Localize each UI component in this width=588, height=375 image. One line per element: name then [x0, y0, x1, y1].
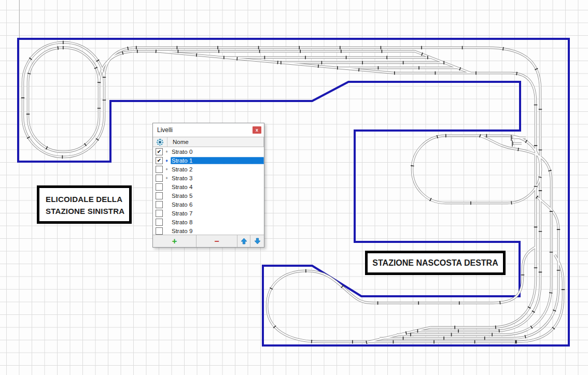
annotation-line: STAZIONE NASCOSTA DESTRA	[372, 258, 498, 268]
name-column-label: Nome	[173, 139, 189, 145]
layer-visible-checkbox[interactable]	[156, 183, 163, 191]
name-column-header[interactable]: Nome	[167, 137, 264, 147]
annotation-hidden-station-right[interactable]: STAZIONE NASCOSTA DESTRA	[365, 251, 506, 275]
layer-label[interactable]: Strato 5	[171, 192, 264, 199]
layer-row-strato-5[interactable]: Strato 5	[153, 191, 264, 200]
layer-row-strato-2[interactable]: ♦ Strato 2	[153, 165, 264, 174]
layout-canvas[interactable]: ELICOIDALE DELLA STAZIONE SINISTRA STAZI…	[0, 0, 588, 375]
dialog-button-bar: + −	[153, 235, 264, 247]
layer-marker-icon: ♦	[163, 158, 171, 163]
layer-label[interactable]: Strato 1	[171, 157, 264, 164]
layer-visible-checkbox[interactable]: ✔	[156, 157, 163, 164]
add-layer-button[interactable]: +	[153, 235, 197, 247]
dialog-title: Livelli	[157, 126, 173, 134]
layer-label[interactable]: Strato 6	[171, 201, 264, 208]
layer-label[interactable]: Strato 7	[171, 210, 264, 217]
layer-list: ✔ ♦ Strato 0 ✔ ♦ Strato 1 ♦ Strato 2 ♦ S…	[153, 147, 264, 235]
move-layer-up-button[interactable]	[237, 235, 250, 247]
list-header: Nome	[153, 137, 264, 147]
layer-marker-icon: ♦	[163, 176, 171, 180]
layer-visible-checkbox[interactable]: ✔	[156, 148, 163, 155]
layer-visible-checkbox[interactable]	[156, 175, 163, 182]
layer-visible-checkbox[interactable]	[156, 210, 163, 217]
layer-visible-checkbox[interactable]	[156, 219, 163, 226]
annotation-helix-left[interactable]: ELICOIDALE DELLA STAZIONE SINISTRA	[37, 185, 132, 224]
layer-row-strato-4[interactable]: Strato 4	[153, 182, 264, 191]
layer-visible-checkbox[interactable]	[156, 192, 163, 199]
layer-label[interactable]: Strato 2	[171, 166, 264, 173]
layer-row-strato-6[interactable]: Strato 6	[153, 200, 264, 209]
layer-marker-icon: ♦	[163, 167, 171, 171]
remove-layer-button[interactable]: −	[197, 235, 237, 247]
layer-row-strato-7[interactable]: Strato 7	[153, 209, 264, 218]
visibility-icon	[157, 139, 163, 146]
layer-label[interactable]: Strato 3	[171, 175, 264, 182]
layer-row-strato-1[interactable]: ✔ ♦ Strato 1	[153, 156, 264, 165]
layer-label[interactable]: Strato 9	[171, 227, 264, 235]
layer-row-strato-0[interactable]: ✔ ♦ Strato 0	[153, 147, 264, 156]
layer-marker-icon: ♦	[163, 149, 171, 154]
annotation-line: STAZIONE SINISTRA	[46, 205, 129, 217]
layer-label[interactable]: Strato 0	[171, 148, 264, 155]
layer-visible-checkbox[interactable]	[156, 201, 163, 208]
up-arrow-icon	[241, 238, 247, 244]
layers-dialog: Livelli x Nome ✔ ♦ Strato 0 ✔ ♦ Strato 1	[152, 123, 264, 248]
layer-row-strato-9[interactable]: Strato 9	[153, 226, 264, 235]
layer-visible-checkbox[interactable]	[156, 227, 163, 235]
visibility-column-header[interactable]	[153, 137, 167, 147]
move-layer-down-button[interactable]	[250, 235, 264, 247]
dialog-title-bar[interactable]: Livelli x	[153, 123, 264, 137]
layer-label[interactable]: Strato 4	[171, 183, 264, 191]
down-arrow-icon	[254, 238, 261, 244]
layer-row-strato-3[interactable]: ♦ Strato 3	[153, 174, 264, 182]
annotation-line: ELICOIDALE DELLA	[46, 193, 129, 205]
layer-label[interactable]: Strato 8	[171, 219, 264, 226]
close-icon[interactable]: x	[253, 126, 261, 134]
layer-row-strato-8[interactable]: Strato 8	[153, 218, 264, 226]
layer-visible-checkbox[interactable]	[156, 166, 163, 173]
